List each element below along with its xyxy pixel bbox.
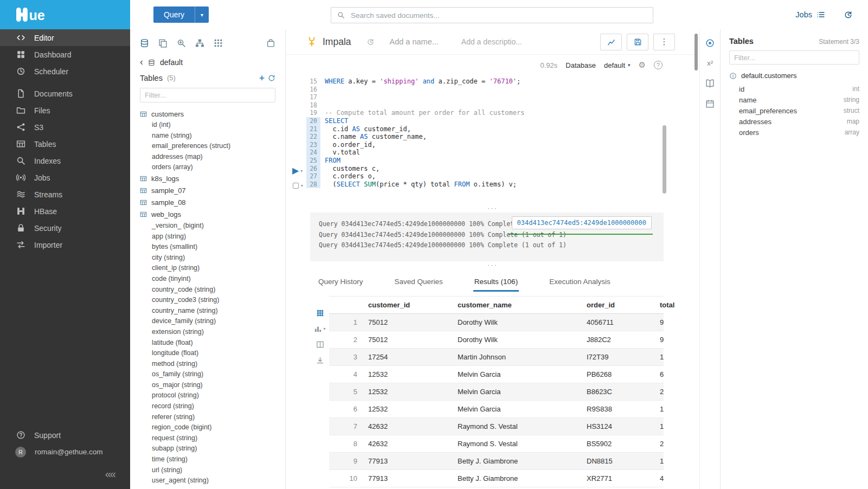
tab-execution-analysis[interactable]: Execution Analysis	[548, 274, 612, 292]
assist-table-k8s-logs[interactable]: k8s_logs	[130, 173, 285, 185]
run-query-button[interactable]: ▶	[292, 166, 299, 175]
editor-assistant-icon[interactable]	[705, 38, 715, 48]
table-row[interactable]: 412532Melvin GarciaPB626868	[329, 366, 664, 383]
hue-logo[interactable]: ue	[0, 0, 130, 29]
resize-handle[interactable]: ···	[286, 204, 699, 211]
info-icon[interactable]	[729, 72, 737, 80]
assist-column[interactable]: bytes (smallint)	[130, 242, 285, 253]
assist-column[interactable]: os_major (string)	[130, 380, 285, 391]
assist-column[interactable]: country_name (string)	[130, 306, 285, 317]
search-plus-icon[interactable]	[177, 38, 186, 48]
assist-column[interactable]: referer (string)	[130, 412, 285, 423]
table-row[interactable]: 275012Dorothy WilkJ882C296	[329, 331, 664, 349]
sidebar-item-security[interactable]: Security	[0, 220, 130, 236]
sidebar-item-hbase[interactable]: HBase	[0, 203, 130, 220]
table-row[interactable]: 842632Raymond S. VestalBS59022798	[329, 435, 664, 453]
assist-column[interactable]: region_code (bigint)	[130, 422, 285, 433]
resize-handle[interactable]: ···	[286, 261, 699, 268]
code-editor[interactable]: ▶ ▾ ▾ 1516171819202122232425262728 WHERE…	[286, 75, 699, 204]
assist-column[interactable]: _version_ (bigint)	[130, 221, 285, 231]
tab-results-106[interactable]: Results (106)	[473, 274, 519, 292]
right-panel-column-addresses[interactable]: addressesmap	[721, 116, 868, 127]
editor-history-icon[interactable]	[367, 38, 375, 46]
right-panel-filter-input[interactable]	[729, 50, 859, 65]
assist-column[interactable]: addresses (map)	[130, 152, 285, 163]
query-history-icon[interactable]	[844, 10, 853, 20]
database-breadcrumb[interactable]: ‹ default	[130, 55, 285, 69]
sidebar-item-editor[interactable]: Editor	[0, 29, 130, 46]
back-chevron-icon[interactable]: ‹	[140, 57, 143, 67]
assist-column[interactable]: user_agent (string)	[130, 475, 285, 486]
chart-options-caret-icon[interactable]: ▾	[323, 326, 325, 331]
table-row[interactable]: 175012Dorothy Wilk4056711918	[329, 314, 664, 331]
assist-column[interactable]: record (string)	[130, 401, 285, 412]
assist-column[interactable]: protocol (string)	[130, 390, 285, 401]
query-id-tooltip[interactable]: 034d413ec7474ed5:4249de1000000000	[512, 216, 652, 229]
assist-column[interactable]: country_code (string)	[130, 285, 285, 295]
right-panel-column-id[interactable]: idint	[721, 83, 868, 94]
table-row[interactable]: 317254Martin JohnsonI72T3918	[329, 349, 664, 366]
assist-column[interactable]: id (int)	[130, 120, 285, 131]
assist-column[interactable]: extension (string)	[130, 327, 285, 338]
tab-query-history[interactable]: Query History	[317, 274, 364, 292]
table-row[interactable]: 612532Melvin GarciaR9S8381278	[329, 401, 664, 418]
sidebar-item-files[interactable]: Files	[0, 102, 130, 119]
right-panel-column-name[interactable]: namestring	[721, 94, 868, 105]
assist-table-sample-07[interactable]: sample_07	[130, 185, 285, 197]
assist-column[interactable]: longitude (float)	[130, 348, 285, 359]
assist-column[interactable]: latitude (float)	[130, 338, 285, 349]
more-actions-button[interactable]: ⋮	[653, 34, 675, 50]
assist-column[interactable]: os_family (string)	[130, 369, 285, 380]
query-name-field[interactable]: Add a name...	[390, 37, 439, 46]
assist-column[interactable]: subapp (string)	[130, 443, 285, 454]
sidebar-item-user[interactable]: R romain@gethue.com	[0, 443, 130, 460]
assist-column[interactable]: orders (array)	[130, 162, 285, 173]
main-scrollbar[interactable]	[695, 34, 698, 70]
add-table-icon[interactable]: +	[259, 73, 265, 82]
sidebar-item-jobs[interactable]: Jobs	[0, 169, 130, 186]
assist-column[interactable]: request (string)	[130, 433, 285, 444]
save-button[interactable]	[627, 34, 648, 50]
chart-view-icon[interactable]	[314, 325, 322, 333]
documents-assist-icon[interactable]	[158, 38, 168, 48]
sitemap-icon[interactable]	[195, 38, 204, 48]
results-header-customer-name[interactable]: customer_name	[452, 297, 581, 314]
sidebar-item-s3[interactable]: S3	[0, 119, 130, 136]
assist-column[interactable]: country_code3 (string)	[130, 295, 285, 306]
assist-column[interactable]: email_preferences (struct)	[130, 141, 285, 152]
assist-table-customers[interactable]: customers	[130, 108, 285, 120]
grid-view-icon[interactable]	[316, 309, 324, 317]
columns-view-icon[interactable]	[316, 340, 324, 349]
explain-query-icon[interactable]	[293, 183, 299, 189]
assist-column[interactable]: device_family (string)	[130, 316, 285, 327]
assist-table-sample-08[interactable]: sample_08	[130, 197, 285, 209]
sidebar-item-importer[interactable]: Importer	[0, 236, 130, 253]
sidebar-item-streams[interactable]: Streams	[0, 186, 130, 203]
query-dropdown-caret[interactable]: ▾	[195, 7, 209, 23]
editor-scrollbar[interactable]	[663, 125, 666, 194]
results-header-order-id[interactable]: order_id	[581, 297, 654, 314]
tab-saved-queries[interactable]: Saved Queries	[394, 274, 444, 292]
assist-filter-input[interactable]	[140, 88, 275, 102]
language-reference-icon[interactable]	[705, 79, 715, 88]
assist-column[interactable]: name (string)	[130, 131, 285, 141]
results-header-customer-id[interactable]: customer_id	[363, 297, 452, 314]
sidebar-item-indexes[interactable]: Indexes	[0, 152, 130, 169]
table-row[interactable]: 1077913Betty J. GiambroneXR27714315	[329, 470, 664, 487]
apps-grid-icon[interactable]	[214, 38, 223, 48]
table-row[interactable]: 742632Raymond S. VestalHS31241944	[329, 418, 664, 435]
download-icon[interactable]	[316, 356, 324, 364]
assist-column[interactable]: url (string)	[130, 465, 285, 476]
chart-button[interactable]	[600, 34, 622, 50]
settings-gear-icon[interactable]: ⚙	[639, 60, 646, 70]
search-input[interactable]	[350, 11, 647, 20]
databases-icon[interactable]	[140, 38, 149, 48]
global-search[interactable]	[331, 7, 653, 23]
assist-column[interactable]: client_ip (string)	[130, 263, 285, 274]
assist-column[interactable]: city (string)	[130, 253, 285, 263]
sidebar-item-support[interactable]: Support	[0, 427, 130, 443]
active-table-entry[interactable]: default.customers	[721, 65, 868, 83]
sidebar-item-documents[interactable]: Documents	[0, 85, 130, 102]
sidebar-item-dashboard[interactable]: Dashboard	[0, 46, 130, 63]
jobs-link[interactable]: Jobs	[795, 10, 825, 19]
